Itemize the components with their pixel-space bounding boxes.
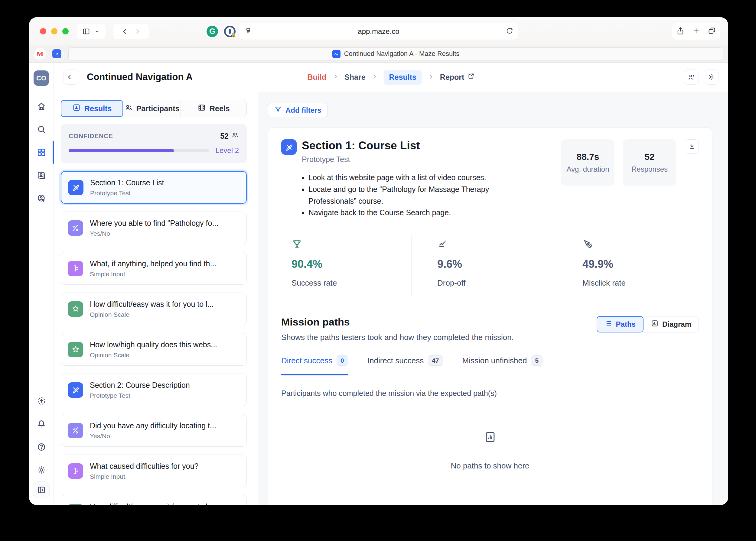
confidence-card: CONFIDENCE 52 Level 2 <box>61 124 247 163</box>
block-type: Opinion Scale <box>90 351 217 359</box>
tab-description: Participants who completed the mission v… <box>281 389 699 398</box>
block-title: Section 2: Course Description <box>90 381 190 389</box>
breadcrumb-results[interactable]: Results <box>384 70 422 85</box>
block-item[interactable]: How difficult/easy was it for you to l..… <box>61 495 247 505</box>
block-item-section-2[interactable]: Section 2: Course DescriptionPrototype T… <box>61 373 247 406</box>
stat-value: 88.7s <box>576 152 599 162</box>
block-type: Prototype Test <box>90 190 164 197</box>
confidence-label: CONFIDENCE <box>69 132 113 140</box>
grammarly-extension-icon[interactable]: G <box>205 24 219 38</box>
close-window-button[interactable] <box>40 28 46 34</box>
toolbar-right-buttons <box>672 23 720 40</box>
new-tab-icon[interactable] <box>692 27 700 36</box>
chevron-down-icon <box>94 29 100 34</box>
pinned-tab-app[interactable] <box>51 48 63 60</box>
trophy-icon <box>292 239 411 251</box>
contacts-icon[interactable] <box>29 164 54 187</box>
stat-value: 52 <box>644 152 654 162</box>
pinned-app-icon <box>52 49 61 58</box>
block-item[interactable]: How low/high quality does this webs...Op… <box>61 333 247 366</box>
confidence-progress-track <box>69 149 209 152</box>
breadcrumb-share[interactable]: Share <box>344 73 365 82</box>
tab-reels[interactable]: Reels <box>181 100 247 117</box>
paths-view-label: Paths <box>616 320 636 328</box>
gmail-icon: M <box>37 50 44 58</box>
diagram-view-label: Diagram <box>662 320 691 328</box>
metric-value: 9.6% <box>437 258 558 270</box>
collapse-panel-button[interactable] <box>33 481 50 498</box>
help-icon[interactable] <box>29 435 54 458</box>
breadcrumb: Build Share Results Report <box>308 70 475 85</box>
metric-label: Success rate <box>292 278 411 288</box>
mission-step: Look at this website page with a list of… <box>308 172 519 184</box>
invite-user-button[interactable] <box>684 70 699 85</box>
block-item[interactable]: Where you able to find “Pathology fo...Y… <box>61 212 247 244</box>
project-settings-button[interactable] <box>704 70 719 85</box>
projects-grid-icon[interactable] <box>29 141 54 164</box>
block-type: Simple Input <box>90 270 216 278</box>
tab-label: Direct success <box>281 356 332 365</box>
metric-label: Misclick rate <box>582 278 699 288</box>
tab-count-badge: 5 <box>531 355 543 366</box>
mission-step: Locate and go to the “Pathology for Mass… <box>308 184 519 207</box>
app: CO $ Continued Navigation A Build Share <box>29 63 728 505</box>
drop-off-metric: 9.6% Drop-off <box>412 236 558 297</box>
tab-overview-icon[interactable] <box>708 27 716 36</box>
external-link-icon <box>467 73 474 82</box>
block-item-section-1[interactable]: Section 1: Course ListPrototype Test <box>61 171 247 204</box>
browser-toolbar: G 🔒 app.maze.co <box>29 17 728 45</box>
drop-off-icon <box>437 239 558 251</box>
password-extension-icon[interactable]: 🔒 <box>223 24 237 38</box>
breadcrumb-build[interactable]: Build <box>308 73 327 82</box>
breadcrumb-report[interactable]: Report <box>440 73 475 82</box>
block-item[interactable]: How difficult/easy was it for you to l..… <box>61 292 247 325</box>
sidebar-toggle-button[interactable] <box>77 24 106 39</box>
add-filters-button[interactable]: Add filters <box>268 103 328 117</box>
notifications-bell-icon[interactable] <box>29 412 54 435</box>
block-type: Yes/No <box>90 230 218 237</box>
yes-no-icon <box>68 220 83 236</box>
empty-state: No paths to show here <box>281 430 699 471</box>
download-button[interactable] <box>685 139 699 154</box>
traffic-lights <box>40 28 69 34</box>
earn-money-icon[interactable]: $ <box>29 187 54 210</box>
share-icon[interactable] <box>676 27 685 36</box>
address-bar[interactable]: app.maze.co <box>239 23 518 40</box>
tab-results[interactable]: Results <box>61 100 123 117</box>
tab-mission-unfinished[interactable]: Mission unfinished 5 <box>462 355 543 375</box>
people-icon <box>231 131 239 141</box>
tab-direct-success[interactable]: Direct success 0 <box>281 355 348 375</box>
avg-duration-stat: 88.7s Avg. duration <box>561 139 614 186</box>
block-item[interactable]: What caused difficulties for you?Simple … <box>61 455 247 487</box>
workspace-avatar[interactable]: CO <box>34 70 49 86</box>
refresh-icon[interactable] <box>506 27 513 36</box>
chevron-right-icon <box>428 73 434 82</box>
diagram-view-button[interactable]: Diagram <box>644 316 699 332</box>
forward-icon[interactable] <box>134 28 141 35</box>
yes-no-icon <box>68 423 83 438</box>
minimize-window-button[interactable] <box>51 28 57 34</box>
block-type: Prototype Test <box>90 392 190 399</box>
mission-paths-subtitle: Shows the paths testers took and how the… <box>281 333 514 342</box>
bar-chart-icon <box>651 319 659 329</box>
nav-buttons <box>113 24 149 39</box>
section-title: Section 1: Course List <box>302 139 420 152</box>
tab-participants-label: Participants <box>136 104 180 113</box>
back-button[interactable] <box>63 70 78 85</box>
tab-indirect-success[interactable]: Indirect success 47 <box>367 355 443 375</box>
tab-participants[interactable]: Participants <box>123 100 181 117</box>
updates-icon[interactable] <box>29 389 54 412</box>
active-tab[interactable]: Continued Navigation A - Maze Results <box>68 47 723 60</box>
paths-view-button[interactable]: Paths <box>597 316 644 332</box>
pinned-tab-gmail[interactable]: M <box>34 48 46 60</box>
zoom-window-button[interactable] <box>62 28 69 34</box>
left-rail: CO $ <box>29 63 54 505</box>
block-item[interactable]: What, if anything, helped you find th...… <box>61 252 247 285</box>
back-icon[interactable] <box>121 28 129 35</box>
settings-gear-icon[interactable] <box>29 458 54 481</box>
search-icon[interactable] <box>29 118 54 141</box>
reader-view-icon[interactable] <box>244 27 252 36</box>
block-item[interactable]: Did you have any difficulty locating t..… <box>61 414 247 447</box>
stat-label: Responses <box>631 165 668 174</box>
home-icon[interactable] <box>29 95 54 118</box>
